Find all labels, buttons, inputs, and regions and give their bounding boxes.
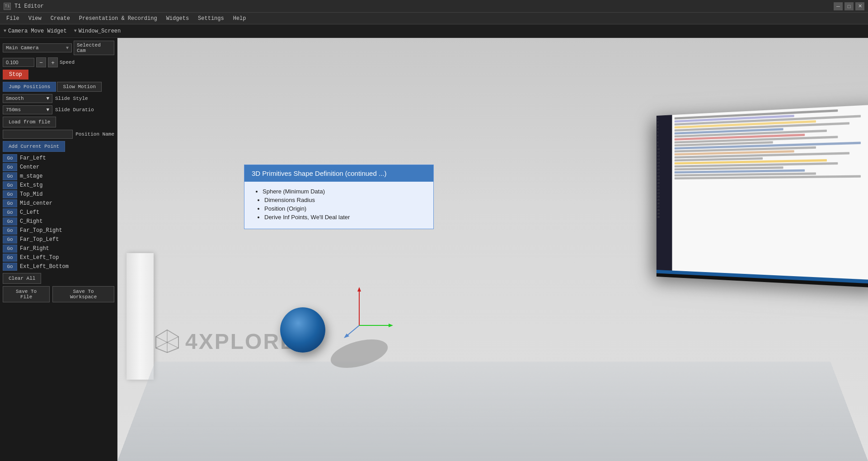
selected-cam-value: Selected Cam <box>77 42 111 53</box>
position-name-far_right: Far_Right <box>20 245 49 252</box>
go-button-far_left[interactable]: Go <box>3 154 17 162</box>
slide-duration-select[interactable]: 750ms ▼ <box>3 105 52 114</box>
menu-file[interactable]: File <box>2 14 24 23</box>
maximize-button[interactable]: □ <box>845 2 854 10</box>
position-name-row: Position Name <box>3 130 114 139</box>
minimize-button[interactable]: ─ <box>834 2 843 10</box>
titlebar: T1 T1 Editor ─ □ ✕ <box>0 0 868 13</box>
position-name-center: Center <box>20 164 39 170</box>
slide-style-select[interactable]: Smooth ▼ <box>3 94 52 103</box>
menu-settings[interactable]: Settings <box>193 14 229 23</box>
tab-slow-motion[interactable]: Slow Motion <box>57 82 102 92</box>
widget1[interactable]: ▼ Camera Move Widget <box>4 28 67 34</box>
camera-row: Main Camera ▼ Selected Cam <box>3 41 114 55</box>
selected-cam-select[interactable]: Selected Cam <box>74 41 114 55</box>
position-name-c_left: C_Left <box>20 209 39 216</box>
slide-title: 3D Primitives Shape Definition (continue… <box>244 165 433 182</box>
widget2-label: Window_Screen <box>79 28 121 34</box>
xplore-logo-icon <box>154 328 181 355</box>
speed-minus-button[interactable]: − <box>36 57 46 67</box>
go-button-far_top_right[interactable]: Go <box>3 226 17 235</box>
slide-duration-label: Slide Duratio <box>55 107 94 113</box>
position-name-top_mid: Top_Mid <box>20 191 42 198</box>
titlebar-controls: ─ □ ✕ <box>834 2 864 10</box>
save-to-workspace-button[interactable]: Save To Workspace <box>52 286 114 302</box>
svg-marker-7 <box>389 324 393 327</box>
menu-create[interactable]: Create <box>46 14 75 23</box>
slide-style-row: Smooth ▼ Slide Style <box>3 94 114 103</box>
position-item: GoFar_Top_Right <box>3 226 114 235</box>
menu-presentation[interactable]: Presentation & Recording <box>75 14 162 23</box>
slide-content: Sphere (Minimum Data) Dimensions Radius … <box>244 182 433 229</box>
widget1-arrow: ▼ <box>4 28 6 33</box>
load-from-file-button[interactable]: Load from file <box>3 117 56 127</box>
go-button-ext_left_top[interactable]: Go <box>3 254 17 262</box>
position-name-label: Position Name <box>75 132 114 137</box>
viewport: 4XPLORE 3D Primitives Shape Definition (… <box>117 38 868 461</box>
slide-duration-row: 750ms ▼ Slide Duratio <box>3 105 114 114</box>
tab-jump-positions[interactable]: Jump Positions <box>3 82 56 92</box>
position-item: GoExt_Left_Bottom <box>3 263 114 271</box>
go-button-c_left[interactable]: Go <box>3 208 17 216</box>
go-button-ext_left_bottom[interactable]: Go <box>3 263 17 271</box>
xplore-logo: 4XPLORE <box>154 328 296 355</box>
background-monitor: 1234567891011121314151617181920212223242… <box>657 104 868 288</box>
position-item: GoExt_stg <box>3 181 114 189</box>
widget1-label: Camera Move Widget <box>8 28 67 34</box>
position-name-far_top_left: Far_Top_Left <box>20 236 59 243</box>
position-name-mid_center: Mid_center <box>20 200 52 207</box>
svg-marker-5 <box>357 287 361 292</box>
go-button-c_right[interactable]: Go <box>3 217 17 226</box>
go-button-far_right[interactable]: Go <box>3 245 17 253</box>
position-list: GoFar_LeftGoCenterGom_stageGoExt_stgGoTo… <box>3 154 114 271</box>
slide-sub1: Dimensions Radius <box>264 197 424 203</box>
position-item: GoExt_Left_Top <box>3 254 114 262</box>
ground-plane <box>117 362 868 461</box>
speed-row: − + Speed <box>3 57 114 67</box>
xplore-text: 4XPLORE <box>185 329 296 354</box>
white-column <box>127 253 154 380</box>
go-button-top_mid[interactable]: Go <box>3 190 17 198</box>
add-current-point-button[interactable]: Add Current Point <box>3 141 65 152</box>
go-button-mid_center[interactable]: Go <box>3 199 17 207</box>
slide-bullet1: Sphere (Minimum Data) <box>263 188 424 195</box>
position-item: GoCenter <box>3 163 114 171</box>
speed-plus-button[interactable]: + <box>48 57 58 67</box>
speed-input[interactable] <box>3 58 34 67</box>
go-button-m_stage[interactable]: Go <box>3 172 17 180</box>
slide-sub2: Position (Origin) <box>264 205 424 212</box>
go-button-center[interactable]: Go <box>3 163 17 171</box>
widget2[interactable]: ▼ Window_Screen <box>74 28 121 34</box>
widget2-arrow: ▼ <box>74 28 77 33</box>
speed-label: Speed <box>60 60 75 65</box>
menu-view[interactable]: View <box>24 14 46 23</box>
titlebar-left: T1 T1 Editor <box>4 3 44 10</box>
position-item: Gom_stage <box>3 172 114 180</box>
position-name-far_left: Far_Left <box>20 155 46 161</box>
clear-all-button[interactable]: Clear All <box>3 273 41 284</box>
slide-style-arrow: ▼ <box>46 96 49 101</box>
close-button[interactable]: ✕ <box>855 2 864 10</box>
camera-select-value: Main Camera <box>6 45 39 51</box>
slide-sub3: Derive Inf Points, We'll Deal later <box>264 214 424 221</box>
main-layout: Main Camera ▼ Selected Cam − + Speed Sto… <box>0 38 868 461</box>
app-title: T1 Editor <box>14 3 44 9</box>
slide-style-value: Smooth <box>6 96 46 101</box>
camera-select[interactable]: Main Camera ▼ <box>3 43 72 52</box>
menu-widgets[interactable]: Widgets <box>162 14 193 23</box>
camera-select-arrow: ▼ <box>66 46 69 51</box>
scene-container: 4XPLORE 3D Primitives Shape Definition (… <box>117 38 868 461</box>
save-to-file-button[interactable]: Save To File <box>3 286 50 302</box>
stop-button[interactable]: Stop <box>3 70 28 80</box>
tab-row: Jump Positions Slow Motion <box>3 82 114 92</box>
position-name-far_top_right: Far_Top_Right <box>20 227 62 234</box>
position-item: GoC_Left <box>3 208 114 216</box>
left-panel: Main Camera ▼ Selected Cam − + Speed Sto… <box>0 38 117 461</box>
go-button-ext_stg[interactable]: Go <box>3 181 17 189</box>
widgetbar: ▼ Camera Move Widget ▼ Window_Screen <box>0 24 868 38</box>
position-name-input[interactable] <box>3 130 73 139</box>
position-item: GoFar_Right <box>3 245 114 253</box>
monitor-screen-content: 1234567891011121314151617181920212223242… <box>657 104 868 284</box>
go-button-far_top_left[interactable]: Go <box>3 235 17 244</box>
menu-help[interactable]: Help <box>229 14 251 23</box>
